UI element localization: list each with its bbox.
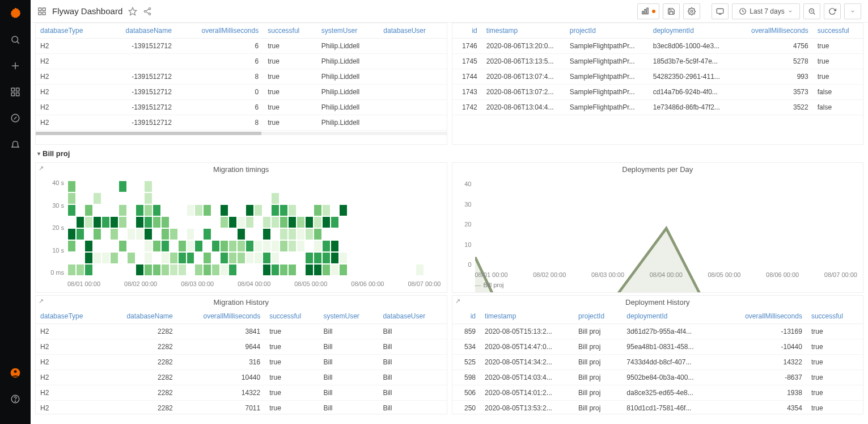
table-row[interactable]: 17422020-08-06T13:04:4...SampleFlightpat…: [452, 100, 863, 115]
table-row[interactable]: 8592020-08-05T15:13:2...Bill proj3d61d27…: [452, 324, 863, 339]
refresh-button[interactable]: [824, 3, 841, 19]
zoom-out-button[interactable]: [803, 3, 820, 19]
column-header[interactable]: overallMilliseconds: [732, 23, 813, 39]
table-row[interactable]: H222823841trueBillBill: [36, 324, 447, 339]
table-row[interactable]: 5342020-08-05T14:47:0...Bill proj95ea48b…: [452, 339, 863, 355]
line-chart[interactable]: 403020100 08/01 00:0008/02 00:0008/03 00…: [452, 176, 863, 289]
column-header[interactable]: deploymentId: [649, 23, 732, 39]
table-row[interactable]: H26truePhilip.Liddell: [36, 54, 447, 69]
profile-icon[interactable]: [7, 365, 23, 381]
column-header[interactable]: id: [452, 23, 482, 39]
panel-link-icon[interactable]: ↗: [39, 297, 44, 305]
app-sidebar: [0, 0, 31, 424]
column-header[interactable]: databaseName: [104, 23, 176, 39]
column-header[interactable]: systemUser: [319, 309, 378, 324]
svg-rect-28: [717, 9, 723, 13]
settings-button[interactable]: [683, 3, 700, 19]
svg-point-27: [691, 10, 693, 12]
panel-deployment-history: ↗ Deployment History idtimestampprojectI…: [452, 295, 864, 414]
column-header[interactable]: timestamp: [482, 23, 565, 39]
toolbar: Last 7 days: [637, 3, 861, 19]
column-header[interactable]: projectId: [574, 309, 622, 324]
svg-rect-24: [642, 11, 643, 14]
column-header[interactable]: successful: [263, 23, 317, 39]
table-row[interactable]: H2-13915127126truePhilip.Liddell: [36, 100, 447, 115]
table-row[interactable]: H2-13915127128truePhilip.Liddell: [36, 69, 447, 85]
column-header[interactable]: overallMilliseconds: [715, 309, 807, 324]
svg-point-13: [15, 401, 15, 401]
svg-marker-9: [14, 117, 17, 120]
horizontal-scrollbar[interactable]: [36, 132, 447, 135]
table-row[interactable]: H22282316trueBillBill: [36, 355, 447, 370]
svg-rect-17: [43, 12, 45, 15]
panel-link-icon[interactable]: ↗: [455, 297, 460, 305]
share-icon[interactable]: [143, 7, 152, 16]
svg-line-23: [146, 11, 149, 13]
column-header[interactable]: deploymentId: [622, 309, 715, 324]
table-row[interactable]: H2228210440trueBillBill: [36, 370, 447, 385]
column-header[interactable]: overallMilliseconds: [177, 309, 265, 324]
column-header[interactable]: databaseName: [104, 309, 177, 324]
column-header[interactable]: successful: [807, 309, 863, 324]
svg-line-32: [814, 12, 815, 14]
help-icon[interactable]: [7, 391, 23, 407]
column-header[interactable]: databaseUser: [378, 309, 446, 324]
panel-deployments-per-day: Deployments per Day 403020100 08/01 00:0…: [452, 162, 864, 293]
refresh-interval-button[interactable]: [844, 3, 861, 19]
table-row[interactable]: 17462020-08-06T13:20:0...SampleFlightpat…: [452, 39, 863, 54]
column-header[interactable]: databaseUser: [379, 23, 446, 39]
table-row[interactable]: 5982020-08-05T14:03:4...Bill proj9502be8…: [452, 370, 863, 385]
column-header[interactable]: id: [452, 309, 481, 324]
svg-rect-7: [16, 93, 19, 96]
panel-title: Deployment History: [452, 296, 863, 309]
column-header[interactable]: overallMilliseconds: [176, 23, 263, 39]
heatmap-chart[interactable]: 40 s30 s20 s10 s0 ms 08/01 00:0008/02 00…: [36, 176, 447, 289]
table-row[interactable]: 17432020-08-06T13:07:2...SampleFlightpat…: [452, 85, 863, 100]
table-top-right: idtimestampprojectIddeploymentIdoverallM…: [452, 23, 863, 115]
table-row[interactable]: 5252020-08-05T14:34:2...Bill proj7433d4d…: [452, 355, 863, 370]
svg-rect-16: [39, 12, 41, 15]
time-range-picker[interactable]: Last 7 days: [732, 3, 800, 19]
plus-icon[interactable]: [7, 58, 23, 74]
search-icon[interactable]: [7, 32, 23, 48]
svg-rect-25: [645, 9, 646, 14]
table-row[interactable]: H2-13915127120truePhilip.Liddell: [36, 85, 447, 100]
table-row[interactable]: 17452020-08-06T13:13:5...SampleFlightpat…: [452, 54, 863, 69]
svg-rect-14: [39, 8, 41, 11]
column-header[interactable]: successful: [813, 23, 863, 39]
time-range-label: Last 7 days: [750, 7, 784, 15]
grafana-logo[interactable]: [7, 6, 23, 22]
table-row[interactable]: H2-13915127126truePhilip.Liddell: [36, 39, 447, 54]
section-header-billproj[interactable]: Bill proj: [35, 147, 863, 160]
column-header[interactable]: projectId: [565, 23, 649, 39]
column-header[interactable]: systemUser: [317, 23, 379, 39]
table-row[interactable]: H222829644trueBillBill: [36, 339, 447, 355]
table-row[interactable]: 5062020-08-05T14:01:2...Bill projda8ce32…: [452, 385, 863, 401]
dashboards-icon[interactable]: [7, 84, 23, 100]
save-button[interactable]: [663, 3, 680, 19]
svg-point-11: [14, 370, 17, 373]
table-row[interactable]: 2502020-08-05T13:53:2...Bill proj810d1cd…: [452, 401, 863, 415]
table-row[interactable]: H222827011trueBillBill: [36, 401, 447, 415]
column-header[interactable]: successful: [265, 309, 319, 324]
explore-icon[interactable]: [7, 110, 23, 126]
column-header[interactable]: databaseType: [36, 309, 104, 324]
column-header[interactable]: databaseType: [36, 23, 104, 39]
chart-legend: Bill proj: [475, 282, 504, 288]
page-title: Flyway Dashboard: [52, 6, 122, 16]
table-migration-history: databaseTypedatabaseNameoverallMilliseco…: [36, 309, 447, 414]
table-row[interactable]: H2228214322trueBillBill: [36, 385, 447, 401]
alerting-icon[interactable]: [7, 136, 23, 152]
panel-link-icon[interactable]: ↗: [39, 165, 44, 172]
table-row[interactable]: H2-13915127128truePhilip.Liddell: [36, 115, 447, 131]
svg-point-20: [145, 10, 146, 12]
svg-line-1: [17, 41, 19, 43]
tv-mode-button[interactable]: [712, 3, 729, 19]
column-header[interactable]: timestamp: [480, 309, 574, 324]
add-panel-button[interactable]: [637, 3, 659, 19]
table-row[interactable]: 17442020-08-06T13:07:4...SampleFlightpat…: [452, 69, 863, 85]
table-deployment-history: idtimestampprojectIddeploymentIdoverallM…: [452, 309, 863, 414]
panel-migration-timings: ↗ Migration timings 40 s30 s20 s10 s0 ms…: [35, 162, 447, 293]
star-icon[interactable]: [128, 7, 137, 16]
dashboard-grid-icon: [37, 7, 46, 16]
